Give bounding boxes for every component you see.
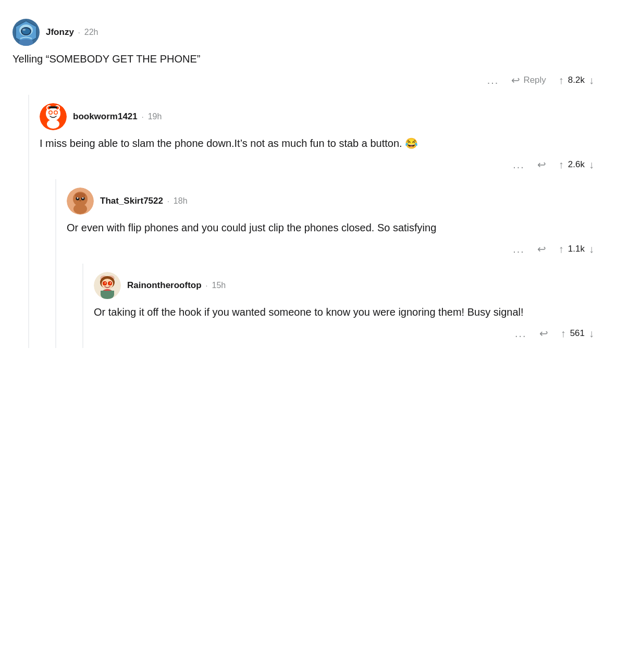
comment-actions-jfonzy: ... ↩ Reply ↑ 8.2k ↓: [13, 74, 604, 86]
comment-actions-bookworm: ... ↩ ↑ 2.6k ↓: [40, 158, 604, 171]
username-jfonzy: Jfonzy: [46, 27, 74, 38]
reply-icon-rain: ↩: [539, 327, 548, 340]
comment-body-skirt: Or even with flip phones and you could j…: [67, 220, 604, 235]
reply-icon-bookworm: ↩: [537, 158, 546, 171]
vote-count-rain: 561: [570, 328, 585, 339]
reply-button-jfonzy[interactable]: ↩ Reply: [511, 74, 546, 86]
svg-point-36: [109, 282, 112, 285]
nested-level-1: bookworm1421 · 19h I miss being able to …: [28, 95, 604, 348]
svg-point-26: [75, 193, 85, 198]
timestamp-rain: 15h: [212, 281, 226, 290]
username-bookworm: bookworm1421: [73, 111, 138, 122]
vote-group-skirt: ↑ 1.1k ↓: [559, 243, 594, 255]
more-options-jfonzy[interactable]: ...: [487, 74, 499, 86]
reply-label-jfonzy: Reply: [523, 75, 546, 85]
timestamp-skirt: 18h: [174, 196, 188, 206]
avatar-bookworm: [40, 103, 67, 130]
nested-level-2: That_Skirt7522 · 18h Or even with flip p…: [55, 179, 604, 348]
username-skirt: That_Skirt7522: [100, 196, 163, 206]
reply-icon-jfonzy: ↩: [511, 74, 520, 86]
upvote-jfonzy[interactable]: ↑: [559, 74, 564, 86]
comment-bookworm: bookworm1421 · 19h I miss being able to …: [40, 95, 604, 179]
svg-point-16: [47, 119, 59, 129]
vote-group-jfonzy: ↑ 8.2k ↓: [559, 74, 594, 86]
reply-button-skirt[interactable]: ↩: [537, 243, 546, 255]
reply-icon-skirt: ↩: [537, 243, 546, 255]
vote-group-rain: ↑ 561 ↓: [561, 328, 594, 340]
more-options-rain[interactable]: ...: [515, 328, 527, 340]
svg-rect-17: [49, 106, 57, 108]
comment-jfonzy: Jfonzy · 22h Yelling “SOMEBODY GET THE P…: [13, 10, 604, 95]
timestamp-jfonzy: 22h: [84, 28, 98, 37]
more-options-skirt[interactable]: ...: [513, 243, 525, 255]
downvote-jfonzy[interactable]: ↓: [589, 74, 594, 86]
comment-body-jfonzy: Yelling “SOMEBODY GET THE PHONE”: [13, 51, 604, 67]
vote-group-bookworm: ↑ 2.6k ↓: [559, 159, 594, 171]
downvote-skirt[interactable]: ↓: [589, 243, 594, 255]
nested-level-3: Rainontherooftop · 15h Or taking it off …: [82, 264, 604, 348]
more-options-bookworm[interactable]: ...: [513, 159, 525, 171]
svg-point-5: [22, 29, 26, 31]
avatar-jfonzy: [13, 19, 40, 46]
upvote-skirt[interactable]: ↑: [559, 243, 564, 255]
svg-rect-40: [101, 291, 114, 295]
username-rain: Rainontherooftop: [127, 280, 202, 291]
downvote-bookworm[interactable]: ↓: [589, 159, 594, 171]
upvote-bookworm[interactable]: ↑: [559, 159, 564, 171]
timestamp-bookworm: 19h: [148, 112, 162, 121]
svg-point-38: [110, 282, 111, 283]
vote-count-skirt: 1.1k: [568, 244, 585, 254]
svg-point-25: [73, 204, 87, 214]
reply-button-bookworm[interactable]: ↩: [537, 158, 546, 171]
downvote-rain[interactable]: ↓: [589, 328, 594, 340]
comment-skirt: That_Skirt7522 · 18h Or even with flip p…: [67, 179, 604, 264]
svg-point-24: [79, 200, 81, 202]
upvote-rain[interactable]: ↑: [561, 328, 566, 340]
comment-body-rain: Or taking it off the hook if you wanted …: [94, 304, 604, 320]
svg-point-14: [50, 111, 52, 114]
avatar-skirt: [67, 188, 94, 215]
comment-body-bookworm: I miss being able to slam the phone down…: [40, 135, 604, 151]
svg-point-35: [104, 282, 106, 285]
comment-rain: Rainontherooftop · 15h Or taking it off …: [94, 264, 604, 348]
comment-actions-rain: ... ↩ ↑ 561 ↓: [94, 327, 604, 340]
avatar-rain: [94, 272, 121, 299]
vote-count-jfonzy: 8.2k: [568, 75, 585, 85]
svg-point-37: [105, 282, 106, 283]
vote-count-bookworm: 2.6k: [568, 159, 585, 170]
comment-actions-skirt: ... ↩ ↑ 1.1k ↓: [67, 243, 604, 255]
svg-point-15: [55, 111, 57, 114]
reply-button-rain[interactable]: ↩: [539, 327, 548, 340]
